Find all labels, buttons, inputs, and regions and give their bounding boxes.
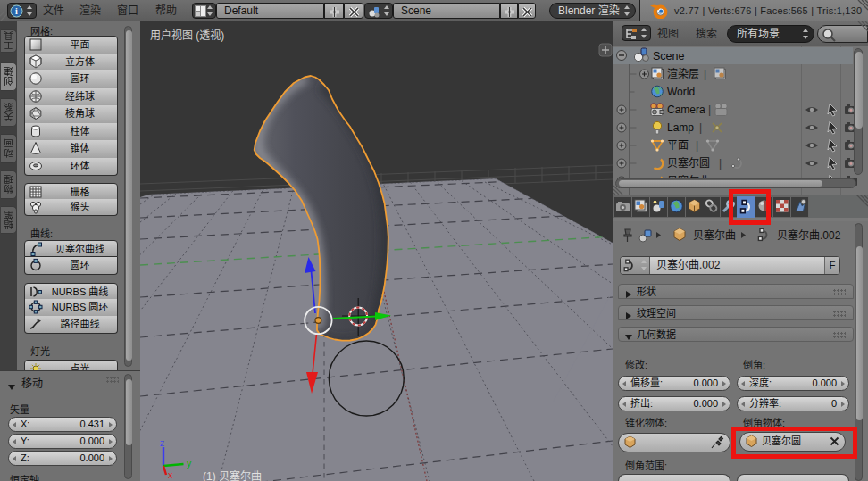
svg-text:y: y bbox=[187, 458, 192, 469]
svg-text:Camera: Camera bbox=[667, 104, 705, 116]
svg-text:|: | bbox=[719, 157, 722, 170]
svg-text:z: z bbox=[160, 437, 164, 448]
svg-text:|: | bbox=[704, 68, 706, 80]
svg-text:x: x bbox=[168, 469, 173, 480]
svg-text:贝塞尔曲: 贝塞尔曲 bbox=[693, 228, 736, 242]
svg-text:用户视图 (透视): 用户视图 (透视) bbox=[150, 29, 224, 42]
svg-text:Lamp: Lamp bbox=[667, 121, 694, 134]
svg-text:平面: 平面 bbox=[667, 139, 689, 152]
svg-text:|: | bbox=[699, 121, 702, 134]
svg-text:(1) 贝塞尔曲: (1) 贝塞尔曲 bbox=[203, 469, 262, 481]
svg-text:渲染层: 渲染层 bbox=[667, 67, 699, 80]
svg-text:World: World bbox=[667, 86, 695, 98]
svg-text:贝塞尔圆: 贝塞尔圆 bbox=[667, 156, 710, 170]
svg-text:i: i bbox=[15, 6, 18, 16]
svg-text:|: | bbox=[708, 104, 711, 116]
svg-text:Scene: Scene bbox=[653, 50, 684, 62]
svg-text:贝塞尔曲.002: 贝塞尔曲.002 bbox=[777, 228, 841, 242]
svg-text:|: | bbox=[696, 139, 698, 152]
